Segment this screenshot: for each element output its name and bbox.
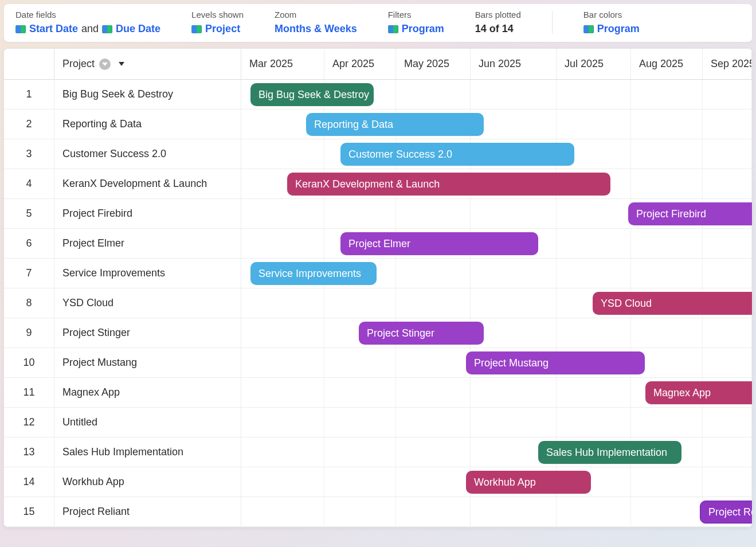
bars-label: Bars plotted <box>475 10 521 19</box>
toolbar-date-fields[interactable]: Date fields Start Date and Due Date <box>15 10 160 35</box>
timeline-cell[interactable]: KeranX Development & Launch <box>241 169 752 199</box>
timeline-cell[interactable]: Project Reliant <box>241 497 752 527</box>
row-number[interactable]: 9 <box>4 318 54 348</box>
row-number[interactable]: 3 <box>4 139 54 169</box>
project-name-cell[interactable]: Reporting & Data <box>54 110 241 139</box>
project-name-cell[interactable]: Sales Hub Implementation <box>54 437 241 467</box>
field-icon <box>191 25 202 33</box>
month-header[interactable]: Aug 2025 <box>631 49 703 79</box>
project-column-header[interactable]: Project <box>54 49 241 80</box>
field-icon <box>15 25 26 33</box>
month-header[interactable]: May 2025 <box>396 49 471 79</box>
project-name-cell[interactable]: Big Bug Seek & Destroy <box>54 80 241 110</box>
gantt-bar[interactable]: Reporting & Data <box>306 113 484 136</box>
gantt-bar[interactable]: Sales Hub Implementation <box>538 441 681 464</box>
project-name-cell[interactable]: Untitled <box>54 408 241 437</box>
row-number[interactable]: 11 <box>4 378 54 408</box>
due-date-field[interactable]: Due Date <box>116 23 160 35</box>
month-header[interactable]: Mar 2025 <box>241 49 324 79</box>
project-name-cell[interactable]: Project Mustang <box>54 348 241 378</box>
timeline-cell[interactable]: Customer Success 2.0 <box>241 139 752 169</box>
toolbar-zoom[interactable]: Zoom Months & Weeks <box>275 10 357 35</box>
filters-label: Filters <box>388 10 444 19</box>
project-name-cell[interactable]: Customer Success 2.0 <box>54 139 241 169</box>
timeline-cell[interactable]: Service Improvements <box>241 259 752 288</box>
row-number[interactable]: 10 <box>4 348 54 378</box>
start-date-field[interactable]: Start Date <box>29 23 78 35</box>
month-header[interactable]: Sep 2025 <box>703 49 752 79</box>
project-name-cell[interactable]: KeranX Development & Launch <box>54 169 241 199</box>
timeline-cell[interactable]: Reporting & Data <box>241 110 752 139</box>
row-number-header <box>4 49 54 80</box>
date-fields-label: Date fields <box>15 10 160 19</box>
levels-label: Levels shown <box>191 10 244 19</box>
row-number[interactable]: 2 <box>4 110 54 139</box>
project-name-cell[interactable]: Project Reliant <box>54 497 241 527</box>
toolbar-bars-plotted: Bars plotted 14 of 14 <box>475 10 521 35</box>
row-number[interactable]: 5 <box>4 199 54 229</box>
row-number[interactable]: 1 <box>4 80 54 110</box>
sort-indicator-icon[interactable] <box>99 58 111 70</box>
timeline-cell[interactable]: Sales Hub Implementation <box>241 437 752 467</box>
gantt-bar[interactable]: Project Firebird <box>628 202 753 225</box>
bars-value: 14 of 14 <box>475 23 514 35</box>
project-name-cell[interactable]: Service Improvements <box>54 259 241 288</box>
gantt-bar[interactable]: Workhub App <box>466 471 591 494</box>
zoom-value[interactable]: Months & Weeks <box>275 23 357 35</box>
project-name-cell[interactable]: Project Firebird <box>54 199 241 229</box>
gantt-bar[interactable]: Big Bug Seek & Destroy <box>250 83 374 106</box>
colors-value[interactable]: Program <box>597 23 640 35</box>
field-icon <box>102 25 112 33</box>
project-header-label: Project <box>62 58 95 70</box>
timeline-cell[interactable]: Project Stinger <box>241 318 752 348</box>
timeline-cell[interactable]: Project Mustang <box>241 348 752 378</box>
gantt-bar[interactable]: Project Reliant <box>700 501 753 523</box>
filters-value[interactable]: Program <box>402 23 444 35</box>
zoom-label: Zoom <box>275 10 357 19</box>
row-number[interactable]: 15 <box>4 497 54 527</box>
colors-label: Bar colors <box>583 10 640 19</box>
row-number[interactable]: 13 <box>4 437 54 467</box>
month-header[interactable]: Jul 2025 <box>557 49 631 79</box>
toolbar-filters[interactable]: Filters Program <box>388 10 444 35</box>
timeline-cell[interactable]: Project Firebird <box>241 199 752 229</box>
project-name-cell[interactable]: Workhub App <box>54 467 241 497</box>
gantt-toolbar: Date fields Start Date and Due Date Leve… <box>3 3 753 42</box>
timeline-cell[interactable]: Project Elmer <box>241 229 752 259</box>
timeline-cell[interactable]: YSD Cloud <box>241 288 752 318</box>
project-name-cell[interactable]: Project Elmer <box>54 229 241 259</box>
gantt-bar[interactable]: Customer Success 2.0 <box>340 143 574 166</box>
gantt-bar[interactable]: Project Mustang <box>466 351 645 374</box>
gantt-bar[interactable]: Service Improvements <box>250 262 377 285</box>
month-header[interactable]: Jun 2025 <box>471 49 557 79</box>
gantt-bar[interactable]: Project Elmer <box>340 232 538 255</box>
gantt-bar[interactable]: Magnex App <box>645 381 753 404</box>
gantt-bar[interactable]: KeranX Development & Launch <box>287 173 610 196</box>
timeline-cell[interactable]: Workhub App <box>241 467 752 497</box>
row-number[interactable]: 6 <box>4 229 54 259</box>
row-number[interactable]: 4 <box>4 169 54 199</box>
row-number[interactable]: 7 <box>4 259 54 288</box>
project-name-cell[interactable]: Magnex App <box>54 378 241 408</box>
gantt-bar[interactable]: YSD Cloud <box>593 292 753 315</box>
month-header[interactable]: Apr 2025 <box>324 49 396 79</box>
gantt-bar[interactable]: Project Stinger <box>359 322 484 345</box>
row-number[interactable]: 12 <box>4 408 54 437</box>
column-menu-caret-icon[interactable] <box>119 62 124 66</box>
toolbar-levels[interactable]: Levels shown Project <box>191 10 244 35</box>
row-number[interactable]: 14 <box>4 467 54 497</box>
field-icon <box>388 25 398 33</box>
timeline-cell[interactable] <box>241 408 752 437</box>
timeline-header[interactable]: Mar 2025Apr 2025May 2025Jun 2025Jul 2025… <box>241 49 752 80</box>
date-fields-and: and <box>81 23 99 35</box>
timeline-cell[interactable]: Big Bug Seek & Destroy <box>241 80 752 110</box>
toolbar-bar-colors[interactable]: Bar colors Program <box>583 10 640 35</box>
project-name-cell[interactable]: YSD Cloud <box>54 288 241 318</box>
levels-value[interactable]: Project <box>205 23 240 35</box>
gantt-grid: Project Mar 2025Apr 2025May 2025Jun 2025… <box>3 48 753 528</box>
timeline-cell[interactable]: Magnex App <box>241 378 752 408</box>
project-name-cell[interactable]: Project Stinger <box>54 318 241 348</box>
row-number[interactable]: 8 <box>4 288 54 318</box>
toolbar-divider <box>552 11 553 34</box>
field-icon <box>583 25 594 33</box>
